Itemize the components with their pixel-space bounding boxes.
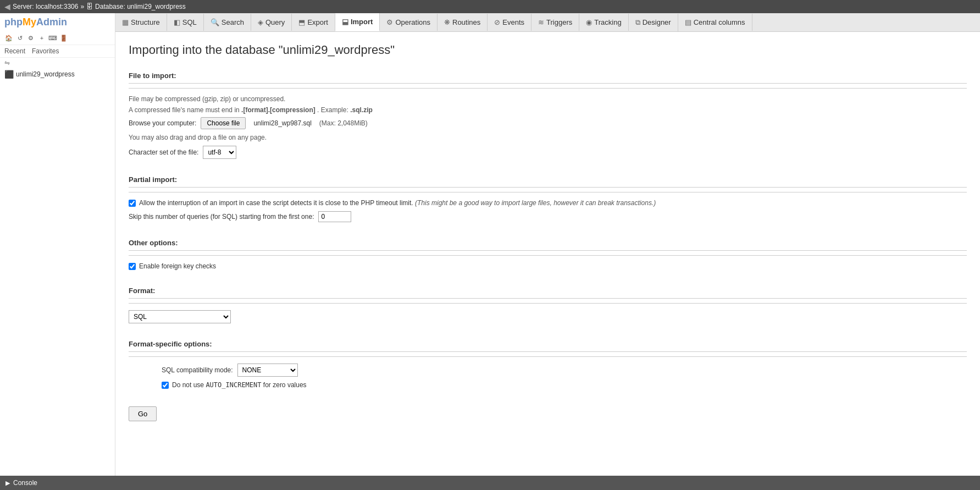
- sql-compat-row: SQL compatibility mode: NONE ANSI DB2 MA…: [162, 364, 967, 377]
- search-tab-icon: 🔍: [211, 18, 219, 26]
- sidebar: phpMyAdmin 🏠 ↺ ⚙ + ⌨ 🚪 Recent Favorites …: [0, 13, 115, 487]
- new-icon[interactable]: +: [37, 34, 46, 42]
- interrupt-checkbox[interactable]: [129, 200, 136, 207]
- import-icon: ⬓: [342, 18, 348, 26]
- info-example-val: .sql.zip: [350, 106, 373, 114]
- charset-select[interactable]: utf-8 utf-16 latin1 ascii: [203, 146, 236, 159]
- operations-icon: ⚙: [386, 18, 393, 26]
- tab-import-label: Import: [351, 18, 373, 26]
- tab-triggers-label: Triggers: [546, 18, 572, 26]
- charset-label: Character set of the file:: [129, 148, 198, 156]
- drag-drop-note: You may also drag and drop a file on any…: [129, 134, 967, 141]
- info-example-text: . Example:: [317, 106, 350, 114]
- format-section: Format: SQL CSV CSV using LOAD DATA JSON…: [129, 283, 967, 323]
- sql-compat-select[interactable]: NONE ANSI DB2 MAXDB MYSQL323 MYSQL40 MSS…: [237, 364, 298, 377]
- go-button-wrap: Go: [129, 402, 967, 421]
- info-text-prefix: A compressed file's name must end in: [129, 106, 241, 114]
- console-icon: ▶: [5, 480, 10, 487]
- file-info-line1: File may be compressed (gzip, zip) or un…: [129, 95, 967, 103]
- tab-operations-label: Operations: [395, 18, 430, 26]
- auto-increment-row: Do not use AUTO_INCREMENT for zero value…: [162, 381, 967, 389]
- main-content: ▦ Structure ◧ SQL 🔍 Search ◈ Query ⬒ Exp…: [115, 13, 980, 487]
- interrupt-row: Allow the interruption of an import in c…: [129, 199, 967, 207]
- settings-icon[interactable]: ⚙: [26, 34, 35, 42]
- max-size-display: (Max: 2,048MiB): [319, 119, 368, 127]
- top-bar: ◀ Server: localhost:3306 » 🗄 Database: u…: [0, 0, 980, 13]
- tab-export-label: Export: [307, 18, 328, 26]
- refresh-icon[interactable]: ↺: [15, 34, 24, 42]
- tab-central-columns[interactable]: ▤ Central columns: [678, 14, 752, 31]
- console-bar[interactable]: ▶ Console: [0, 476, 980, 487]
- tab-events[interactable]: ⊘ Events: [488, 14, 531, 31]
- foreign-key-row: Enable foreign key checks: [129, 262, 967, 270]
- tab-query[interactable]: ◈ Query: [251, 14, 292, 31]
- tab-search-label: Search: [222, 18, 244, 26]
- skip-input[interactable]: 0: [318, 211, 351, 222]
- logo-php: php: [4, 16, 23, 27]
- format-select[interactable]: SQL CSV CSV using LOAD DATA JSON Mediawi…: [129, 310, 231, 323]
- tracking-icon: ◉: [586, 18, 592, 26]
- tab-sql[interactable]: ◧ SQL: [167, 14, 204, 31]
- structure-icon: ▦: [122, 18, 129, 26]
- choose-file-button[interactable]: Choose file: [201, 117, 246, 129]
- tab-designer[interactable]: ⧉ Designer: [629, 14, 678, 31]
- logo-my: My: [23, 16, 36, 27]
- console-label: Console: [13, 479, 37, 487]
- file-import-header: File to import:: [129, 68, 967, 84]
- tab-export[interactable]: ⬒ Export: [292, 14, 335, 31]
- console-small-icon[interactable]: ⌨: [48, 34, 57, 42]
- content-area: Importing into the database "unlimi29_wo…: [115, 32, 980, 432]
- exit-icon[interactable]: 🚪: [59, 34, 68, 42]
- go-button[interactable]: Go: [129, 406, 157, 421]
- tab-central-columns-label: Central columns: [694, 18, 745, 26]
- format-header: Format:: [129, 283, 967, 299]
- export-icon: ⬒: [298, 18, 305, 26]
- partial-import-section: Partial import: Allow the interruption o…: [129, 172, 967, 222]
- sidebar-link-icon[interactable]: ⇋: [0, 58, 115, 68]
- tab-operations[interactable]: ⚙ Operations: [380, 14, 438, 31]
- phpmyadmin-logo[interactable]: phpMyAdmin: [4, 16, 67, 28]
- tab-structure[interactable]: ▦ Structure: [115, 14, 167, 31]
- tab-designer-label: Designer: [643, 18, 671, 26]
- file-name-display: unlimi28_wp987.sql: [253, 119, 311, 127]
- tab-events-label: Events: [502, 18, 524, 26]
- database-item[interactable]: ⬛ unlimi29_wordpress: [0, 68, 115, 81]
- events-icon: ⊘: [494, 18, 500, 26]
- tab-import[interactable]: ⬓ Import: [335, 13, 380, 31]
- file-info-line2: A compressed file's name must end in .[f…: [129, 106, 967, 114]
- other-options-header: Other options:: [129, 235, 967, 251]
- db-name[interactable]: unlimi29_wordpress: [16, 70, 75, 78]
- nav-arrow[interactable]: ◀: [4, 2, 10, 11]
- foreign-key-label: Enable foreign key checks: [139, 262, 216, 270]
- auto-increment-code: AUTO_INCREMENT: [206, 381, 261, 389]
- tab-bar: ▦ Structure ◧ SQL 🔍 Search ◈ Query ⬒ Exp…: [115, 13, 980, 32]
- tab-tracking[interactable]: ◉ Tracking: [579, 14, 628, 31]
- database-icon: 🗄: [86, 3, 93, 10]
- foreign-key-checkbox[interactable]: [129, 263, 136, 270]
- auto-increment-checkbox[interactable]: [162, 382, 169, 389]
- designer-icon: ⧉: [635, 18, 640, 27]
- tab-routines[interactable]: ❋ Routines: [438, 14, 488, 31]
- tab-triggers[interactable]: ≋ Triggers: [531, 14, 579, 31]
- database-label[interactable]: Database: unlimi29_wordpress: [95, 3, 186, 10]
- favorites-link[interactable]: Favorites: [32, 47, 59, 55]
- sidebar-toolbar: 🏠 ↺ ⚙ + ⌨ 🚪: [0, 31, 115, 45]
- breadcrumb-sep: »: [80, 3, 84, 10]
- format-select-wrap: SQL CSV CSV using LOAD DATA JSON Mediawi…: [129, 310, 967, 323]
- tab-sql-label: SQL: [182, 18, 197, 26]
- sidebar-header: phpMyAdmin: [0, 13, 115, 31]
- recent-link[interactable]: Recent: [4, 47, 25, 55]
- interrupt-note: (This might be a good way to import larg…: [415, 199, 656, 207]
- recent-favorites: Recent Favorites: [0, 45, 115, 58]
- server-label: Server: localhost:3306: [13, 3, 78, 10]
- tab-search[interactable]: 🔍 Search: [204, 14, 251, 31]
- home-icon[interactable]: 🏠: [4, 34, 13, 42]
- tab-query-label: Query: [265, 18, 285, 26]
- other-options-section: Other options: Enable foreign key checks: [129, 235, 967, 270]
- browse-row: Browse your computer: Choose file unlimi…: [129, 117, 967, 129]
- routines-icon: ❋: [444, 18, 450, 26]
- central-columns-icon: ▤: [685, 18, 691, 26]
- tab-tracking-label: Tracking: [594, 18, 621, 26]
- logo-admin: Admin: [36, 16, 67, 27]
- interrupt-label: Allow the interruption of an import in c…: [139, 199, 656, 207]
